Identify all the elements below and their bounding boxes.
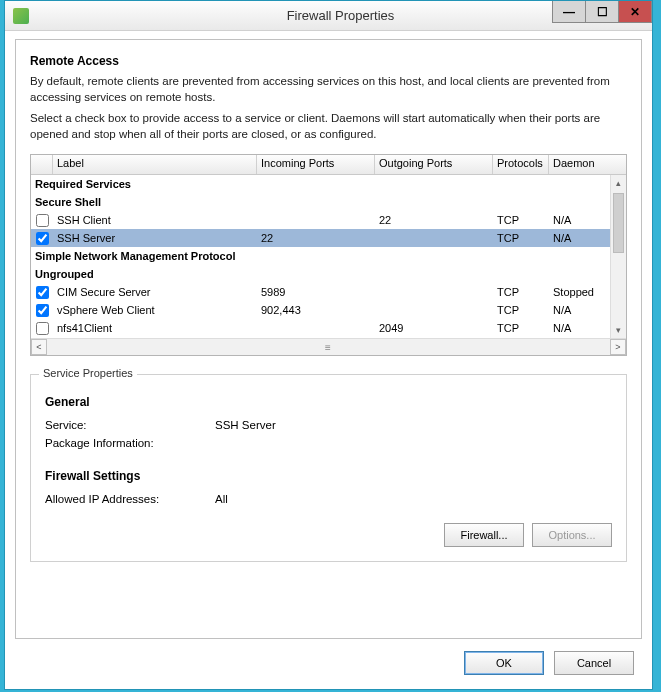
horizontal-scrollbar[interactable]: < ≡ > <box>31 338 626 355</box>
firewall-button[interactable]: Firewall... <box>444 523 524 547</box>
row-proto: TCP <box>493 304 549 316</box>
firewall-properties-window: Firewall Properties — ☐ ✕ Remote Access … <box>4 0 653 690</box>
scroll-thumb[interactable] <box>613 193 624 253</box>
ok-button[interactable]: OK <box>464 651 544 675</box>
row-checkbox-ssh-client[interactable] <box>36 214 49 227</box>
titlebar: Firewall Properties — ☐ ✕ <box>5 1 652 31</box>
row-checkbox-vsphere-web[interactable] <box>36 304 49 317</box>
scroll-down-icon[interactable]: ▾ <box>611 322 626 338</box>
row-proto: TCP <box>493 286 549 298</box>
row-outgoing: 2049 <box>375 322 493 334</box>
row-incoming: 5989 <box>257 286 375 298</box>
service-properties-legend: Service Properties <box>39 367 137 379</box>
column-protocols[interactable]: Protocols <box>493 155 549 174</box>
general-heading: General <box>45 395 612 409</box>
row-label: CIM Secure Server <box>53 286 257 298</box>
window-buttons: — ☐ ✕ <box>553 1 652 23</box>
table-body: ▴ ▾ Required Services Secure Shell SSH C… <box>31 175 626 338</box>
intro-paragraph-2: Select a check box to provide access to … <box>30 111 627 142</box>
remote-access-heading: Remote Access <box>30 54 627 68</box>
maximize-button[interactable]: ☐ <box>585 1 619 23</box>
service-value: SSH Server <box>215 419 276 431</box>
group-required: Required Services <box>31 175 626 193</box>
minimize-button[interactable]: — <box>552 1 586 23</box>
group-snmp: Simple Network Management Protocol <box>31 247 626 265</box>
table-row[interactable]: nfs41Client 2049 TCP N/A <box>31 319 626 337</box>
vsphere-icon <box>13 8 29 24</box>
scroll-up-icon[interactable]: ▴ <box>611 175 626 191</box>
row-checkbox-ssh-server[interactable] <box>36 232 49 245</box>
column-spacer <box>603 155 619 174</box>
group-ungrouped: Ungrouped <box>31 265 626 283</box>
column-incoming[interactable]: Incoming Ports <box>257 155 375 174</box>
services-table: Label Incoming Ports Outgoing Ports Prot… <box>30 154 627 356</box>
row-daemon: N/A <box>549 304 603 316</box>
package-info-label: Package Information: <box>45 437 215 449</box>
column-daemon[interactable]: Daemon <box>549 155 603 174</box>
close-button[interactable]: ✕ <box>618 1 652 23</box>
row-proto: TCP <box>493 214 549 226</box>
row-label: SSH Server <box>53 232 257 244</box>
row-label: nfs41Client <box>53 322 257 334</box>
scroll-grip-icon[interactable]: ≡ <box>319 342 339 352</box>
table-row[interactable]: vSphere Web Client 902,443 TCP N/A <box>31 301 626 319</box>
row-daemon: N/A <box>549 214 603 226</box>
table-header: Label Incoming Ports Outgoing Ports Prot… <box>31 155 626 175</box>
allowed-ip-label: Allowed IP Addresses: <box>45 493 215 505</box>
dialog-buttons: OK Cancel <box>464 651 634 675</box>
firewall-settings-heading: Firewall Settings <box>45 469 612 483</box>
row-checkbox-cim[interactable] <box>36 286 49 299</box>
scroll-left-icon[interactable]: < <box>31 339 47 355</box>
row-proto: TCP <box>493 322 549 334</box>
cancel-button[interactable]: Cancel <box>554 651 634 675</box>
group-secure-shell: Secure Shell <box>31 193 626 211</box>
vertical-scrollbar[interactable]: ▴ ▾ <box>610 175 626 338</box>
row-checkbox-nfs41[interactable] <box>36 322 49 335</box>
row-proto: TCP <box>493 232 549 244</box>
service-properties-fieldset: Service Properties General Service: SSH … <box>30 374 627 562</box>
options-button[interactable]: Options... <box>532 523 612 547</box>
service-label: Service: <box>45 419 215 431</box>
column-label[interactable]: Label <box>53 155 257 174</box>
row-incoming: 902,443 <box>257 304 375 316</box>
scroll-right-icon[interactable]: > <box>610 339 626 355</box>
row-daemon: Stopped <box>549 286 603 298</box>
column-checkbox[interactable] <box>31 155 53 174</box>
row-label: SSH Client <box>53 214 257 226</box>
row-incoming: 22 <box>257 232 375 244</box>
allowed-ip-value: All <box>215 493 228 505</box>
row-outgoing: 22 <box>375 214 493 226</box>
column-outgoing[interactable]: Outgoing Ports <box>375 155 493 174</box>
table-row[interactable]: SSH Server 22 TCP N/A <box>31 229 626 247</box>
intro-paragraph-1: By default, remote clients are prevented… <box>30 74 627 105</box>
table-row[interactable]: CIM Secure Server 5989 TCP Stopped <box>31 283 626 301</box>
table-row[interactable]: SSH Client 22 TCP N/A <box>31 211 626 229</box>
row-daemon: N/A <box>549 232 603 244</box>
row-daemon: N/A <box>549 322 603 334</box>
row-label: vSphere Web Client <box>53 304 257 316</box>
content-frame: Remote Access By default, remote clients… <box>15 39 642 639</box>
